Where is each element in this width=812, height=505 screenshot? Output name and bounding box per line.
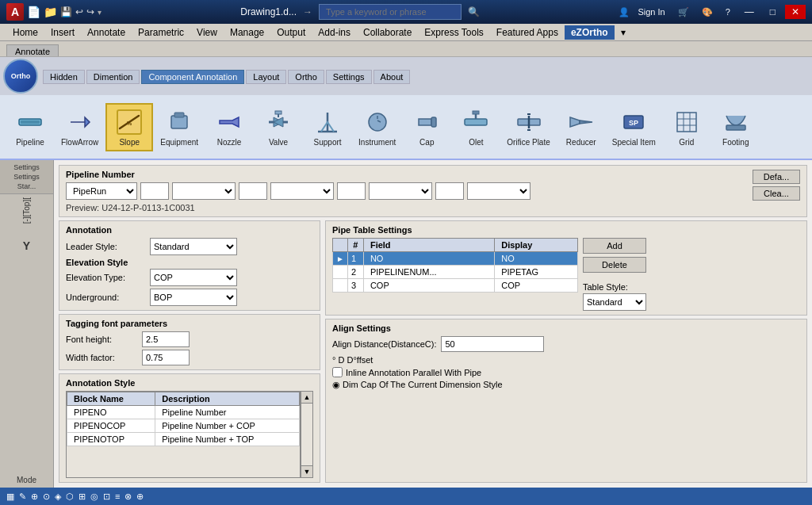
tool-flowarrow[interactable]: FlowArrow [56, 104, 104, 151]
status-icon-4[interactable]: ⊙ [43, 492, 50, 502]
status-icon-10[interactable]: ≡ [115, 492, 120, 501]
plugin-logo[interactable]: Ortho [3, 59, 38, 94]
redo-icon[interactable]: ↪ [86, 6, 94, 17]
tool-grid[interactable]: Grid [663, 104, 710, 151]
tool-orificeplate[interactable]: Orifice Plate [501, 104, 555, 151]
pipeline-select-3[interactable] [270, 182, 334, 200]
plugin-tab-settings[interactable]: Settings [326, 70, 372, 84]
tool-nozzle[interactable]: Nozzle [205, 104, 253, 151]
grid-icon [672, 108, 701, 136]
svg-rect-5 [174, 113, 184, 117]
menu-home[interactable]: Home [6, 25, 44, 40]
status-icon-12[interactable]: ⊕ [136, 492, 144, 502]
menu-insert[interactable]: Insert [44, 25, 81, 40]
settings-label: Settings [2, 163, 52, 171]
status-icon-2[interactable]: ✎ [19, 492, 26, 502]
status-icon-3[interactable]: ⊕ [31, 492, 38, 502]
ann-row-3[interactable]: PIPENOTOP Pipeline Number + TOP [67, 433, 300, 446]
pipe-row-3[interactable]: 3 COP COP [333, 279, 578, 293]
elevation-type-select[interactable]: COP [150, 269, 237, 286]
tool-equipment[interactable]: Equipment [155, 104, 204, 151]
scroll-down-btn[interactable]: ▼ [301, 465, 313, 478]
pipeline-select-2[interactable] [172, 182, 236, 200]
autocad-logo[interactable]: A [6, 3, 24, 21]
status-icon-6[interactable]: ⬡ [66, 492, 74, 502]
menu-parametric[interactable]: Parametric [132, 25, 190, 40]
menu-collaborate[interactable]: Collaborate [357, 25, 418, 40]
default-btn[interactable]: Defa... [753, 170, 800, 184]
tool-footing[interactable]: Footing [712, 104, 760, 151]
close-btn[interactable]: ✕ [785, 5, 806, 19]
open-file-icon[interactable]: 📁 [44, 6, 57, 18]
ann-row-2[interactable]: PIPENOCOP Pipeline Number + COP [67, 419, 300, 433]
tool-pipeline[interactable]: Pipeline [6, 104, 54, 151]
outer-tab-annotate[interactable]: Annotate [6, 44, 59, 56]
pipeline-input-4[interactable] [435, 182, 464, 200]
search-icon[interactable]: 🔍 [468, 6, 480, 17]
underground-select[interactable]: BOP [150, 289, 237, 306]
help-icon[interactable]: ? [721, 6, 735, 18]
tool-specialitem[interactable]: SP Special Item [607, 104, 661, 151]
status-icon-11[interactable]: ⊗ [124, 492, 132, 502]
status-icon-8[interactable]: ◎ [90, 492, 98, 502]
tool-valve[interactable]: Valve [255, 104, 302, 151]
status-icon-7[interactable]: ⊞ [79, 492, 86, 502]
maximize-btn[interactable]: □ [764, 5, 782, 19]
pipeline-select-4[interactable] [369, 182, 432, 200]
tool-slope[interactable]: % Slope [105, 103, 153, 151]
palette-icon[interactable]: 🎨 [697, 6, 718, 19]
pipeline-input-3[interactable] [337, 182, 366, 200]
scroll-up-btn[interactable]: ▲ [301, 391, 313, 404]
search-input[interactable] [319, 4, 462, 20]
tool-reducer[interactable]: Reducer [557, 104, 605, 151]
status-icon-5[interactable]: ◈ [55, 492, 61, 502]
cad-sidebar-top: Settings Settings Star... [0, 160, 53, 194]
menu-express-tools[interactable]: Express Tools [418, 25, 489, 40]
tool-specialitem-label: Special Item [612, 138, 656, 147]
pipeline-select-5[interactable] [467, 182, 530, 200]
leader-style-select[interactable]: Standard [150, 238, 237, 255]
plugin-tab-component-annotation[interactable]: Component Annotation [141, 70, 244, 84]
menu-view[interactable]: View [190, 25, 224, 40]
add-btn[interactable]: Add [583, 238, 646, 254]
menu-output[interactable]: Output [270, 25, 312, 40]
piperun-select[interactable]: PipeRun [66, 182, 137, 200]
pipe-row-1[interactable]: ► 1 NO NO [333, 252, 578, 266]
font-height-input[interactable] [142, 331, 190, 347]
menu-addins[interactable]: Add-ins [312, 25, 357, 40]
cart-icon[interactable]: 🛒 [673, 6, 694, 19]
ann-row-1[interactable]: PIPENO Pipeline Number [67, 406, 300, 419]
sign-in-btn[interactable]: Sign In [633, 6, 669, 18]
status-icon-1[interactable]: ▦ [6, 492, 14, 502]
tool-olet[interactable]: Olet [452, 104, 500, 151]
menu-ezortho[interactable]: eZOrtho [565, 25, 615, 40]
delete-btn[interactable]: Delete [583, 257, 646, 273]
plugin-tab-hidden[interactable]: Hidden [43, 70, 85, 84]
tool-cap[interactable]: Cap [403, 104, 450, 151]
tool-support[interactable]: Support [304, 104, 351, 151]
pipeline-input-2[interactable] [239, 182, 267, 200]
undo-icon[interactable]: ↩ [75, 6, 83, 17]
new-file-icon[interactable]: 📄 [27, 6, 40, 18]
menu-manage[interactable]: Manage [224, 25, 270, 40]
tool-instrument[interactable]: Instrument [353, 104, 401, 151]
align-distance-input[interactable] [441, 336, 544, 352]
user-icon[interactable]: 👤 [619, 7, 630, 17]
save-icon[interactable]: 💾 [60, 6, 72, 17]
plugin-tab-ortho[interactable]: Ortho [288, 70, 324, 84]
width-factor-input[interactable] [142, 350, 190, 365]
pipeline-input-1[interactable] [140, 182, 169, 200]
pipe-row-2[interactable]: 2 PIPELINENUM... PIPETAG [333, 266, 578, 279]
minimize-btn[interactable]: — [738, 5, 760, 19]
menu-featured-apps[interactable]: Featured Apps [490, 25, 565, 40]
status-icon-9[interactable]: ⊡ [103, 492, 110, 502]
annotation-style-table: Block Name Description PIPENO Pipeline N… [67, 392, 300, 446]
table-style-select[interactable]: Standard [583, 293, 646, 311]
plugin-tab-dimention[interactable]: Dimention [86, 70, 140, 84]
plugin-tab-about[interactable]: About [373, 70, 411, 84]
inline-annotation-checkbox[interactable] [332, 367, 343, 377]
menu-more[interactable]: ▾ [615, 25, 632, 40]
plugin-tab-layout[interactable]: Layout [246, 70, 286, 84]
clear-btn[interactable]: Clea... [753, 186, 800, 201]
menu-annotate[interactable]: Annotate [81, 25, 132, 40]
